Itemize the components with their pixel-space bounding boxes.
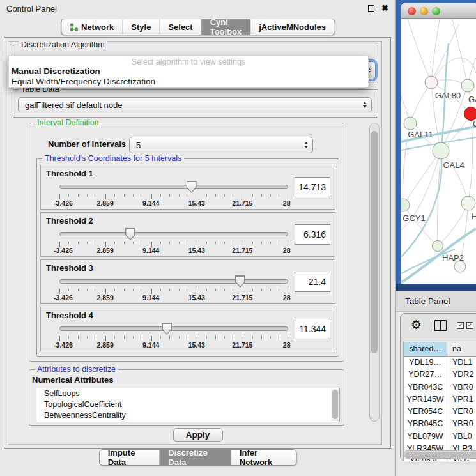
table-data-combobox[interactable]: galFiltered.sif default node: [18, 97, 372, 112]
attributes-list: SelfLoops TopologicalCoefficient Between…: [36, 388, 340, 422]
node-h[interactable]: [461, 196, 475, 210]
zoom-traffic-light-icon[interactable]: [432, 7, 440, 15]
threshold-4-label: Threshold 4: [46, 311, 93, 320]
checkbox-icon[interactable]: ✓: [457, 322, 464, 329]
close-icon[interactable]: ✖: [381, 3, 388, 13]
threshold-3-value-field[interactable]: 21.4: [295, 272, 330, 292]
tab-cyni-toolbox[interactable]: Cyni Toolbox: [201, 19, 250, 35]
column-header-shared-name[interactable]: shared…: [404, 342, 447, 356]
svg-text:GAL80: GAL80: [435, 91, 461, 100]
attributes-group: Attributes to discretize Numerical Attri…: [29, 369, 344, 426]
tab-select[interactable]: Select: [159, 19, 201, 35]
apply-button[interactable]: Apply: [173, 428, 223, 442]
svg-text:GAL11: GAL11: [408, 130, 433, 139]
thresholds-group-title: Threshold's Coordinates for 5 Intervals: [42, 154, 184, 163]
threshold-1-slider-handle[interactable]: [187, 181, 197, 193]
screen: Control Panel ✖ Network Style Select Cyn…: [0, 0, 476, 476]
table-data-value: galFiltered.sif default node: [25, 100, 122, 110]
threshold-3-slider-track[interactable]: [59, 279, 288, 284]
numerical-attributes-label: Numerical Attributes: [32, 375, 113, 385]
stepper-icon: [363, 102, 367, 108]
close-traffic-light-icon[interactable]: [408, 7, 416, 15]
split-table-icon[interactable]: [434, 320, 447, 331]
threshold-1-label: Threshold 1: [46, 169, 93, 178]
list-item[interactable]: SelfLoops: [36, 388, 339, 399]
threshold-4-slider-track[interactable]: [59, 326, 288, 331]
table-panel-card: ⚙ ✓ ✓ shared… na YDL19…YDL1 YDR27…YDR2 Y…: [400, 313, 476, 461]
stepper-icon: [304, 142, 308, 148]
node-gal4[interactable]: [433, 142, 449, 159]
threshold-3-label: Threshold 3: [46, 263, 93, 273]
threshold-1-value-field[interactable]: 14.713: [295, 177, 330, 197]
node-ga[interactable]: [461, 79, 474, 92]
svg-text:C: C: [473, 119, 476, 128]
tab-network[interactable]: Network: [61, 19, 122, 35]
tab-jactivemnodules[interactable]: jActiveMNodules: [250, 19, 334, 35]
node-gcy1[interactable]: [401, 199, 410, 211]
threshold-4-slider-handle[interactable]: [162, 323, 172, 335]
threshold-2-label: Threshold 2: [46, 216, 93, 226]
threshold-2-slider-handle[interactable]: [125, 228, 135, 240]
threshold-3-panel: Threshold 3 -3.426 2.859 9.144 15.43 21.…: [40, 259, 335, 304]
threshold-4-value-field[interactable]: 11.344: [295, 319, 330, 339]
threshold-4-panel: Threshold 4 -3.426 2.859 9.144 15.43 21.…: [40, 307, 335, 351]
table-row[interactable]: YPR145WYPR1: [404, 394, 476, 406]
tab-discretize-data[interactable]: Discretize Data: [159, 450, 231, 465]
threshold-2-panel: Threshold 2 -3.426 2.859 9.144 15.43 21.…: [40, 212, 335, 257]
interval-definition-title: Interval Definition: [35, 118, 102, 127]
tab-impute-data[interactable]: Impute Data: [100, 450, 160, 465]
num-intervals-combobox[interactable]: 5: [129, 137, 313, 153]
table-header-row: shared… na: [404, 342, 476, 357]
node-gal11[interactable]: [404, 117, 417, 130]
node-gal80[interactable]: [425, 76, 438, 89]
slider-scale: -3.426 2.859 9.144 15.43 21.715 28: [59, 341, 288, 349]
control-panel: Control Panel ✖ Network Style Select Cyn…: [0, 0, 396, 476]
list-item[interactable]: TopologicalCoefficient: [36, 399, 339, 410]
scrollbar-thumb[interactable]: [405, 452, 476, 458]
checkbox-icon[interactable]: ✓: [466, 322, 473, 329]
slider-scale: -3.426 2.859 9.144 15.43 21.715 28: [59, 294, 288, 302]
tab-infer-network[interactable]: Infer Network: [231, 450, 296, 465]
table-row[interactable]: YDL19…YDL1: [404, 357, 476, 369]
threshold-1-slider-track[interactable]: [59, 185, 288, 189]
list-item[interactable]: BetweennessCentrality: [36, 410, 339, 421]
settings-scrollbar[interactable]: [369, 123, 380, 422]
threshold-1-panel: Threshold 1 -3.426 2.859 9.144 15.43 21.…: [40, 165, 335, 210]
network-window-edge: [396, 284, 476, 291]
list-scrollbar[interactable]: [332, 389, 339, 421]
svg-text:GA: GA: [468, 95, 476, 104]
scrollbar-thumb[interactable]: [332, 390, 338, 419]
table-row[interactable]: YBR043CYBR0: [404, 381, 476, 394]
num-intervals-value: 5: [136, 141, 141, 150]
minimize-traffic-light-icon[interactable]: [420, 7, 428, 15]
table-horizontal-scrollbar[interactable]: [403, 450, 476, 459]
threshold-3-slider-handle[interactable]: [235, 275, 245, 288]
table-panel-title: Table Panel: [405, 291, 450, 312]
tab-network-label: Network: [81, 22, 114, 32]
num-intervals-label: Number of Intervals: [48, 139, 126, 149]
gear-icon[interactable]: ⚙: [411, 319, 422, 331]
node-hap2[interactable]: [433, 241, 443, 252]
algorithm-dropdown-popup: Select algorithm to view settings Manual…: [8, 56, 369, 88]
network-canvas[interactable]: GAL80 GA C GAL11 GAL4 GCY1 H HAP2: [401, 19, 476, 284]
top-tab-bar: Network Style Select Cyni Toolbox jActiv…: [61, 19, 335, 35]
column-header-name[interactable]: na: [447, 342, 476, 356]
algorithm-group-title: Discretization Algorithm: [19, 40, 107, 49]
float-window-icon[interactable]: [368, 5, 374, 12]
dropdown-option-manual[interactable]: Manual Discretization: [9, 66, 368, 77]
table-row[interactable]: YER054CYER0: [404, 406, 476, 418]
svg-text:HAP2: HAP2: [442, 253, 464, 263]
table-row[interactable]: YDR27…YDR2: [404, 369, 476, 381]
threshold-2-value-field[interactable]: 6.316: [295, 224, 330, 245]
table-row[interactable]: YBL079WYBL0: [404, 431, 476, 443]
dropdown-option-equal-width[interactable]: Equal Width/Frequency Discretization: [9, 77, 368, 87]
bottom-tab-bar: Impute Data Discretize Data Infer Networ…: [99, 449, 297, 466]
dropdown-hint: Select algorithm to view settings: [9, 56, 368, 66]
scrollbar-thumb[interactable]: [371, 131, 378, 353]
table-row[interactable]: YBR045CYBR0: [404, 418, 476, 430]
control-panel-titlebar: Control Panel ✖: [0, 0, 396, 17]
tab-style[interactable]: Style: [122, 19, 159, 35]
threshold-2-slider-track[interactable]: [59, 232, 288, 236]
svg-text:GCY1: GCY1: [403, 213, 425, 223]
network-window-titlebar[interactable]: [401, 3, 476, 19]
